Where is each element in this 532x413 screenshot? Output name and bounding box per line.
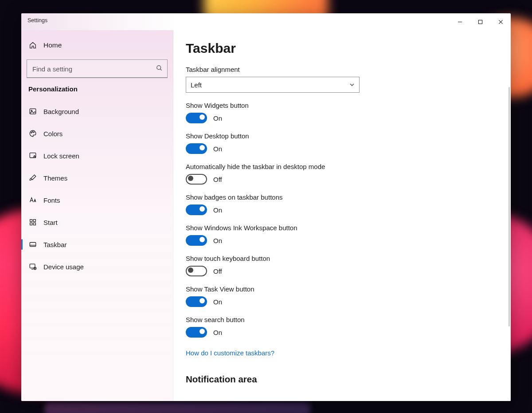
sidebar-item-label: Colors <box>43 130 63 138</box>
toggle-switch[interactable] <box>186 113 207 123</box>
sidebar-item-colors[interactable]: Colors <box>21 123 173 144</box>
svg-rect-14 <box>33 220 35 222</box>
toggle-label: Show Widgets button <box>186 102 507 109</box>
svg-rect-16 <box>33 223 35 225</box>
svg-point-7 <box>31 110 32 111</box>
toggle-row: Show Task View buttonOn <box>186 285 507 307</box>
fonts-icon <box>28 196 37 205</box>
titlebar: Settings <box>21 13 511 30</box>
toggle-state: On <box>213 206 222 214</box>
alignment-dropdown[interactable]: Left <box>186 77 360 93</box>
toggle-switch[interactable] <box>186 235 207 246</box>
toggle-row: Show search buttonOn <box>186 316 507 338</box>
search-icon <box>156 64 163 73</box>
toggle-switch[interactable] <box>186 296 207 307</box>
toggle-switch[interactable] <box>186 327 207 338</box>
page-title: Taskbar <box>186 41 507 56</box>
sidebar-item-label: Start <box>43 219 58 226</box>
search-input[interactable] <box>31 65 156 73</box>
svg-rect-6 <box>30 109 36 114</box>
sidebar-item-background[interactable]: Background <box>21 101 173 122</box>
sidebar-item-label: Taskbar <box>43 241 67 248</box>
toggle-label: Show touch keyboard button <box>186 255 507 262</box>
device-usage-icon <box>28 262 37 271</box>
toggle-label: Show Task View button <box>186 285 507 293</box>
alignment-label: Taskbar alignment <box>186 66 507 73</box>
home-icon <box>28 41 37 50</box>
toggle-state: On <box>213 114 222 122</box>
sidebar-item-label: Fonts <box>43 197 60 204</box>
toggle-switch[interactable] <box>186 266 207 276</box>
sidebar-item-taskbar[interactable]: Taskbar <box>21 234 173 255</box>
toggle-state: On <box>213 298 222 306</box>
image-icon <box>28 107 37 116</box>
svg-point-4 <box>157 66 161 70</box>
maximize-button[interactable] <box>470 13 490 30</box>
sidebar-item-label: Lock screen <box>43 152 79 160</box>
toggle-switch[interactable] <box>186 143 207 154</box>
toggle-row: Automatically hide the taskbar in deskto… <box>186 163 507 185</box>
toggle-row: Show touch keyboard buttonOff <box>186 255 507 276</box>
alignment-value: Left <box>191 81 202 89</box>
start-icon <box>28 218 37 227</box>
toggle-label: Show Desktop button <box>186 132 507 140</box>
minimize-button[interactable] <box>450 13 470 30</box>
chevron-down-icon <box>349 81 355 89</box>
toggle-label: Show search button <box>186 316 507 323</box>
svg-rect-12 <box>34 156 35 157</box>
sidebar: Home Personalization Background Colo <box>21 30 173 401</box>
svg-line-5 <box>160 69 162 71</box>
scrollbar[interactable] <box>509 87 510 326</box>
toggle-row: Show badges on taskbar buttonsOn <box>186 193 507 215</box>
lockscreen-icon <box>28 151 37 160</box>
sidebar-home-label: Home <box>43 41 62 49</box>
brush-icon <box>28 173 37 182</box>
sidebar-item-device-usage[interactable]: Device usage <box>21 256 173 277</box>
sidebar-item-label: Device usage <box>43 263 84 271</box>
toggle-switch[interactable] <box>186 205 207 215</box>
close-button[interactable] <box>490 13 511 30</box>
toggle-label: Show Windows Ink Workspace button <box>186 224 507 232</box>
settings-window: Settings Home Personaliza <box>21 13 511 401</box>
toggle-label: Show badges on taskbar buttons <box>186 193 507 201</box>
svg-point-8 <box>31 132 32 133</box>
svg-rect-11 <box>30 153 36 158</box>
section-notification-area: Notification area <box>186 374 507 385</box>
sidebar-item-lockscreen[interactable]: Lock screen <box>21 145 173 166</box>
svg-rect-15 <box>30 223 32 225</box>
content-pane: Taskbar Taskbar alignment Left Show Widg… <box>173 30 511 401</box>
search-box[interactable] <box>27 59 168 78</box>
help-link[interactable]: How do I customize taskbars? <box>186 349 274 357</box>
sidebar-home[interactable]: Home <box>21 35 173 56</box>
palette-icon <box>28 129 37 138</box>
svg-rect-17 <box>30 243 36 247</box>
toggle-state: On <box>213 237 222 244</box>
toggle-state: Off <box>213 267 222 275</box>
toggle-label: Automatically hide the taskbar in deskto… <box>186 163 507 170</box>
svg-rect-1 <box>478 20 482 24</box>
sidebar-item-themes[interactable]: Themes <box>21 167 173 189</box>
sidebar-item-label: Background <box>43 108 79 115</box>
toggle-row: Show Widgets buttonOn <box>186 102 507 123</box>
toggle-state: On <box>213 145 222 153</box>
sidebar-category: Personalization <box>21 84 173 100</box>
taskbar-icon <box>28 240 37 249</box>
sidebar-item-label: Themes <box>43 174 67 182</box>
svg-rect-13 <box>30 220 32 222</box>
sidebar-item-start[interactable]: Start <box>21 212 173 233</box>
svg-point-10 <box>33 132 34 133</box>
toggle-state: On <box>213 329 222 336</box>
svg-point-9 <box>32 131 33 132</box>
window-title: Settings <box>27 17 47 24</box>
toggle-row: Show Windows Ink Workspace buttonOn <box>186 224 507 246</box>
toggle-state: Off <box>213 176 222 183</box>
toggle-row: Show Desktop buttonOn <box>186 132 507 154</box>
toggle-switch[interactable] <box>186 174 207 185</box>
sidebar-item-fonts[interactable]: Fonts <box>21 189 173 211</box>
